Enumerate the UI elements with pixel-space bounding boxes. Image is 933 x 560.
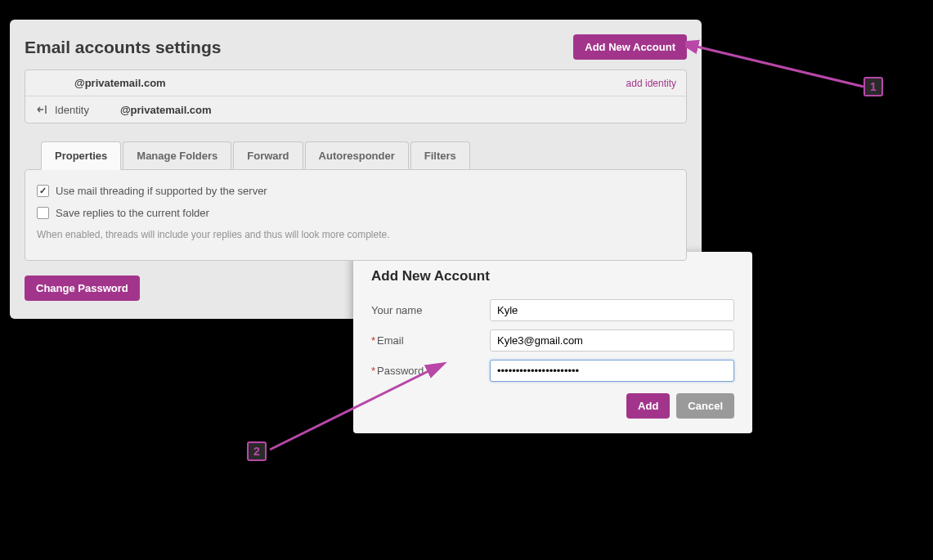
tab-manage-folders[interactable]: Manage Folders bbox=[123, 141, 231, 170]
name-label: Your name bbox=[371, 304, 490, 316]
email-input[interactable] bbox=[490, 329, 734, 352]
form-row-password: *Password bbox=[371, 360, 734, 382]
annotation-marker-1: 1 bbox=[863, 77, 883, 96]
identity-label: Identity bbox=[55, 104, 89, 116]
modal-title: Add New Account bbox=[371, 268, 734, 284]
modal-cancel-button[interactable]: Cancel bbox=[676, 393, 734, 419]
panel-header: Email accounts settings Add New Account bbox=[25, 34, 687, 60]
form-row-email: *Email bbox=[371, 329, 734, 352]
replies-label: Save replies to the current folder bbox=[56, 207, 209, 219]
tab-properties[interactable]: Properties bbox=[41, 141, 121, 170]
tab-forward[interactable]: Forward bbox=[233, 141, 303, 170]
replies-checkbox[interactable] bbox=[37, 207, 49, 219]
add-identity-link[interactable]: add identity bbox=[626, 78, 676, 89]
form-row-name: Your name bbox=[371, 299, 734, 321]
change-password-button[interactable]: Change Password bbox=[25, 276, 140, 301]
tabs: Properties Manage Folders Forward Autore… bbox=[41, 141, 687, 170]
threading-label: Use mail threading if supported by the s… bbox=[56, 185, 267, 197]
annotation-marker-2: 2 bbox=[247, 441, 267, 461]
password-label: *Password bbox=[371, 365, 490, 377]
help-text: When enabled, threads will include your … bbox=[37, 229, 675, 240]
tab-content-properties: Use mail threading if supported by the s… bbox=[25, 169, 687, 261]
svg-line-0 bbox=[693, 46, 863, 87]
identity-arrow-icon bbox=[35, 103, 48, 116]
threading-checkbox[interactable] bbox=[37, 185, 49, 197]
modal-actions: Add Cancel bbox=[371, 393, 734, 419]
annotation-arrow-1 bbox=[685, 38, 873, 95]
threading-option: Use mail threading if supported by the s… bbox=[37, 185, 675, 197]
account-row[interactable]: @privatemail.com add identity bbox=[25, 70, 686, 96]
add-new-account-button[interactable]: Add New Account bbox=[573, 34, 687, 60]
add-account-modal: Add New Account Your name *Email *Passwo… bbox=[353, 252, 752, 433]
identity-email: @privatemail.com bbox=[120, 104, 212, 116]
password-input[interactable] bbox=[490, 360, 734, 382]
account-email: @privatemail.com bbox=[35, 77, 166, 89]
tab-autoresponder[interactable]: Autoresponder bbox=[305, 141, 409, 170]
identity-row[interactable]: Identity @privatemail.com bbox=[25, 96, 686, 123]
name-input[interactable] bbox=[490, 299, 734, 321]
tab-filters[interactable]: Filters bbox=[410, 141, 470, 170]
email-label: *Email bbox=[371, 334, 490, 347]
replies-option: Save replies to the current folder bbox=[37, 207, 675, 219]
modal-add-button[interactable]: Add bbox=[626, 393, 670, 419]
accounts-list: @privatemail.com add identity Identity @… bbox=[25, 69, 687, 123]
page-title: Email accounts settings bbox=[25, 38, 221, 57]
